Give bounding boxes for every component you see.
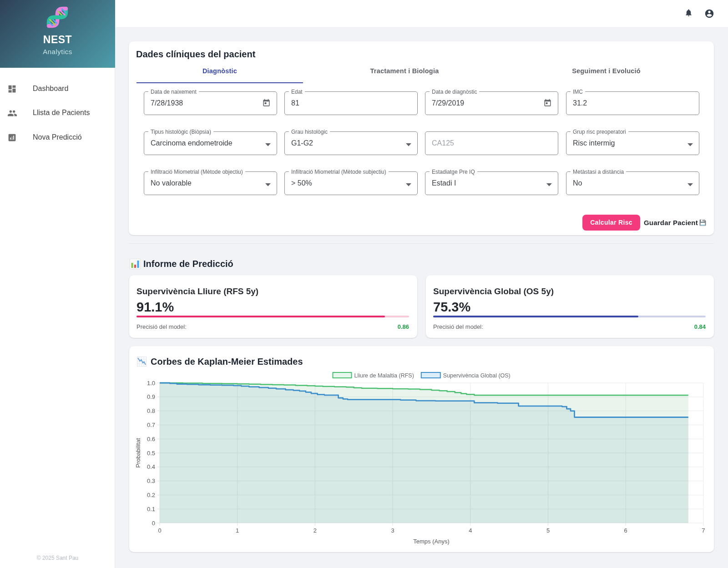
svg-text:0.7: 0.7 <box>147 422 155 428</box>
svg-text:Lliure de Malaltia (RFS): Lliure de Malaltia (RFS) <box>354 372 414 379</box>
svg-text:Supervivència Global (OS): Supervivència Global (OS) <box>443 372 511 379</box>
svg-text:0.6: 0.6 <box>147 436 155 442</box>
svg-text:7: 7 <box>702 527 705 534</box>
svg-text:Temps (Anys): Temps (Anys) <box>413 538 449 545</box>
svg-text:0: 0 <box>158 527 161 534</box>
svg-text:Probabilitat: Probabilitat <box>135 438 142 467</box>
svg-text:0.2: 0.2 <box>147 492 155 498</box>
svg-text:2: 2 <box>313 527 317 534</box>
svg-text:1: 1 <box>236 527 239 534</box>
svg-text:0.8: 0.8 <box>147 407 155 414</box>
svg-text:0.9: 0.9 <box>147 393 155 400</box>
svg-text:Corbes de Kaplan-Meier Estimad: Corbes de Kaplan-Meier Estimades <box>151 357 303 367</box>
svg-text:4: 4 <box>469 527 472 534</box>
svg-text:5: 5 <box>546 527 550 534</box>
svg-text:0.4: 0.4 <box>147 463 155 470</box>
svg-text:0: 0 <box>152 520 155 527</box>
svg-text:0.5: 0.5 <box>147 450 155 457</box>
svg-text:0.1: 0.1 <box>147 506 155 513</box>
svg-text:6: 6 <box>624 527 627 534</box>
svg-text:0.3: 0.3 <box>147 478 155 484</box>
svg-text:3: 3 <box>391 527 394 534</box>
svg-text:1.0: 1.0 <box>147 380 155 387</box>
